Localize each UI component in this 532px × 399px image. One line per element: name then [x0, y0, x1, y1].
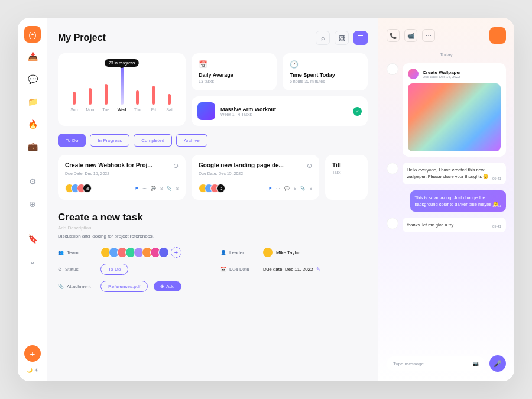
flag-icon[interactable]: ⚑	[135, 186, 138, 191]
comment-icon[interactable]: 💬	[284, 186, 290, 191]
wallpaper-card[interactable]: Create Wallpaper Due date: Dec 14, 2022	[403, 63, 506, 157]
chart-bar-label: Mon	[86, 108, 94, 112]
workout-thumbnail	[197, 102, 215, 120]
chat-input-row: Type message... 📷 🎤	[387, 355, 506, 372]
main-content: My Project ⌕ 🖼 ☰ 23 in progress SunMonTu…	[47, 18, 378, 381]
page-header: My Project ⌕ 🖼 ☰	[58, 31, 368, 45]
tab-archive[interactable]: Archive	[176, 134, 207, 147]
mic-button[interactable]: 🎤	[489, 355, 506, 372]
task-title: Create new Webhook for Proj...	[65, 162, 153, 168]
chart-bar-label: Tue	[102, 108, 109, 112]
tab-completed[interactable]: Completed	[134, 134, 172, 147]
leader-info[interactable]: Mike Taylor	[263, 248, 300, 257]
avatar-more[interactable]: +8	[83, 184, 92, 193]
status-label: ⊘Status	[58, 267, 95, 272]
image-icon[interactable]: 🖼	[335, 31, 349, 45]
message-input[interactable]: Type message... 📷	[387, 356, 485, 371]
comment-icon[interactable]: 💬	[151, 186, 156, 191]
msg-avatar[interactable]	[387, 218, 398, 229]
workout-sub: Week 1 · 4 Tasks	[220, 112, 348, 116]
tab-in-progress[interactable]: In Progress	[90, 134, 129, 147]
task-menu-icon[interactable]: ⊙	[173, 162, 179, 170]
header-actions: ⌕ 🖼 ☰	[316, 31, 368, 45]
chart-bar-label: Thu	[134, 108, 141, 112]
card-due: Due date: Dec 14, 2022	[423, 75, 461, 79]
msg-avatar[interactable]	[387, 63, 398, 75]
chart-bar[interactable]	[136, 90, 139, 105]
chat-message: Hello everyone, I have created this new …	[387, 163, 506, 184]
msg-text: thanks. let me give a try 09:41	[403, 218, 506, 232]
avatar[interactable]	[158, 247, 169, 258]
avatar-more[interactable]: +2	[216, 184, 225, 193]
chart-bar[interactable]	[73, 92, 76, 105]
add-attachment-button[interactable]: ⊕Add	[154, 281, 181, 291]
chart-bar[interactable]	[89, 88, 92, 105]
paperclip-icon: 📎	[58, 284, 64, 289]
description-placeholder[interactable]: Add Description	[58, 225, 368, 231]
attach-icon[interactable]: 📎	[300, 186, 306, 191]
stat-title: Time Spent Today	[290, 72, 361, 78]
user-avatar[interactable]	[489, 27, 506, 44]
chart-bar-label: Sun	[70, 108, 77, 112]
check-icon: ✓	[353, 107, 362, 116]
list-icon[interactable]: ☰	[353, 31, 368, 45]
nav-fire-icon[interactable]: 🔥	[24, 116, 41, 132]
nav-add-button[interactable]: +	[24, 345, 41, 362]
wallpaper-image	[408, 83, 501, 151]
clock-icon: 🕐	[290, 60, 361, 69]
nav-activity-icon[interactable]: ⊕	[24, 196, 41, 212]
logo[interactable]: (•)	[24, 26, 41, 43]
description-text: Discussion and looking for project refer…	[58, 233, 368, 239]
chat-header: 📞 📹 ⋯	[387, 27, 506, 44]
time-spent-card[interactable]: 🕐 Time Spent Today 6 hours 30 minutes	[283, 53, 368, 90]
video-icon[interactable]: 📹	[404, 29, 417, 42]
app-container: (•) 📥 💬 📁 🔥 💼 ⚙ ⊕ 🔖 ⌄ + 🌙☀ My Project ⌕ …	[18, 18, 514, 381]
nav-tag-icon[interactable]: 🔖	[24, 231, 41, 247]
nav-chat-icon[interactable]: 💬	[24, 71, 41, 87]
msg-avatar[interactable]	[387, 163, 398, 174]
nav-inbox-icon[interactable]: 📥	[24, 48, 41, 65]
sidebar: (•) 📥 💬 📁 🔥 💼 ⚙ ⊕ 🔖 ⌄ + 🌙☀	[18, 18, 47, 381]
msg-text: Hello everyone, I have created this new …	[403, 163, 506, 184]
nav-wallet-icon[interactable]: 💼	[24, 138, 41, 155]
chart-bar[interactable]	[152, 86, 155, 105]
msg-text: This is so amazing. Just change the back…	[410, 190, 506, 212]
nav-expand-icon[interactable]: ⌄	[24, 253, 41, 270]
flag-icon[interactable]: ⚑	[268, 186, 272, 191]
dots-icon[interactable]: ⋯	[276, 186, 280, 191]
leader-name: Mike Taylor	[276, 250, 300, 255]
stat-title: Daily Average	[199, 72, 270, 78]
daily-average-card[interactable]: 📅 Daily Average 13 tasks	[192, 53, 277, 90]
chart-bar[interactable]	[121, 66, 124, 105]
nav-settings-icon[interactable]: ⚙	[24, 173, 41, 190]
search-icon[interactable]: ⌕	[316, 31, 330, 45]
chart-bar-label: Wed	[118, 108, 126, 112]
phone-icon[interactable]: 📞	[387, 29, 400, 42]
nav-folder-icon[interactable]: 📁	[24, 93, 41, 110]
theme-toggle[interactable]: 🌙☀	[27, 368, 38, 373]
chart-bar[interactable]	[168, 94, 171, 105]
workout-card[interactable]: Massive Arm Workout Week 1 · 4 Tasks ✓	[192, 96, 368, 126]
chat-message: thanks. let me give a try 09:41	[387, 218, 506, 232]
add-team-button[interactable]: +	[171, 247, 181, 258]
task-card[interactable]: Google new landing page de...⊙ Due Date:…	[192, 155, 319, 200]
edit-icon[interactable]: ✎	[316, 267, 320, 272]
attach-icon[interactable]: 📎	[167, 186, 172, 191]
task-title: Titl	[332, 162, 341, 168]
task-due: Due Date: Dec 15, 2022	[65, 171, 179, 176]
camera-icon[interactable]: 📷	[473, 361, 479, 366]
calendar-icon: 📅	[220, 267, 226, 272]
task-menu-icon[interactable]: ⊙	[307, 162, 312, 170]
task-card[interactable]: Titl Task	[325, 155, 368, 200]
chat-message: Create Wallpaper Due date: Dec 14, 2022	[387, 63, 506, 157]
more-icon[interactable]: ⋯	[422, 29, 435, 42]
dots-icon[interactable]: ⋯	[142, 186, 147, 191]
tab-to-do[interactable]: To-Do	[58, 134, 86, 147]
task-card[interactable]: Create new Webhook for Proj...⊙ Due Date…	[58, 155, 186, 200]
chart-bar[interactable]	[105, 84, 108, 105]
user-icon: 👤	[220, 250, 226, 255]
status-pill[interactable]: To-Do	[100, 264, 128, 275]
activity-chart: 23 in progress SunMonTueWedThuFriSat	[58, 53, 186, 126]
leader-avatar	[263, 248, 273, 257]
attachment-file[interactable]: References.pdf	[100, 281, 148, 292]
